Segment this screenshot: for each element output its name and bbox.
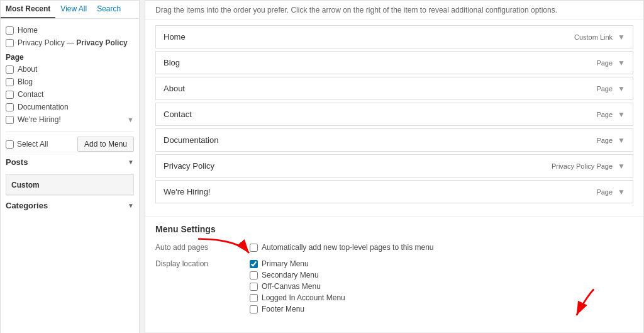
menu-item-contact[interactable]: Contact Page ▼ xyxy=(155,103,633,126)
menu-item-documentation[interactable]: Documentation Page ▼ xyxy=(155,128,633,152)
off-canvas-menu-checkbox[interactable] xyxy=(250,283,258,291)
menu-item-documentation-right: Page ▼ xyxy=(596,136,625,145)
chevron-down-icon[interactable]: ▼ xyxy=(618,162,625,171)
secondary-menu-label: Secondary Menu xyxy=(262,271,319,279)
categories-label: Categories xyxy=(6,201,48,210)
menu-items-area: Home Custom Link ▼ Blog Page ▼ About Pag… xyxy=(145,20,643,211)
chevron-down-icon[interactable]: ▼ xyxy=(618,110,625,119)
auto-add-checkbox[interactable] xyxy=(250,244,258,252)
menu-item-blog-name: Blog xyxy=(164,58,180,67)
list-item: About xyxy=(6,63,134,76)
menu-item-home-right: Custom Link ▼ xyxy=(574,33,625,42)
select-all-label[interactable]: Select All xyxy=(6,140,48,149)
footer-menu-label: Footer Menu xyxy=(262,305,304,313)
menu-item-hiring-name: We're Hiring! xyxy=(164,187,210,196)
categories-accordion[interactable]: Categories ▼ xyxy=(6,195,134,215)
footer-menu-row[interactable]: Footer Menu xyxy=(250,303,633,315)
chevron-down-icon[interactable]: ▼ xyxy=(618,33,625,42)
menu-item-blog-right: Page ▼ xyxy=(596,59,625,67)
hiring-checkbox[interactable] xyxy=(6,116,14,124)
logged-in-menu-row[interactable]: Logged In Account Menu xyxy=(250,292,633,303)
menu-item-contact-name: Contact xyxy=(164,110,192,119)
blog-checkbox[interactable] xyxy=(6,78,14,86)
auto-add-content: Automatically add new top-level pages to… xyxy=(250,242,633,253)
menu-item-hiring-type: Page xyxy=(596,188,613,196)
select-all-checkbox[interactable] xyxy=(6,140,14,149)
home-checkbox[interactable] xyxy=(6,26,14,35)
off-canvas-menu-label: Off-Canvas Menu xyxy=(262,282,321,291)
posts-accordion[interactable]: Posts ▼ xyxy=(6,152,134,172)
list-item: Contact xyxy=(6,88,134,101)
contact-label: Contact xyxy=(18,90,43,99)
menu-item-home-type: Custom Link xyxy=(574,33,613,41)
list-item: We're Hiring! ▼ xyxy=(6,113,134,126)
scroll-down-icon: ▼ xyxy=(127,116,134,123)
menu-item-documentation-type: Page xyxy=(596,137,613,144)
menu-item-about[interactable]: About Page ▼ xyxy=(155,77,633,100)
menu-item-hiring-right: Page ▼ xyxy=(596,188,625,196)
menu-item-privacy[interactable]: Privacy Policy Privacy Policy Page ▼ xyxy=(155,154,633,178)
menu-item-documentation-name: Documentation xyxy=(164,135,218,145)
chevron-down-icon[interactable]: ▼ xyxy=(618,84,625,93)
list-item: Privacy Policy — Privacy Policy xyxy=(6,37,134,49)
menu-item-home-name: Home xyxy=(164,32,186,42)
page-section-label: Page xyxy=(6,49,134,63)
menu-item-about-right: Page ▼ xyxy=(596,84,625,93)
hiring-label: We're Hiring! xyxy=(18,115,61,124)
tab-bar: Most Recent View All Search xyxy=(1,1,139,19)
chevron-down-icon[interactable]: ▼ xyxy=(618,59,625,67)
list-item: Blog xyxy=(6,76,134,88)
tab-view-all[interactable]: View All xyxy=(55,1,92,18)
menu-item-privacy-type: Privacy Policy Page xyxy=(552,162,613,170)
auto-add-row: Auto add pages Automatically add new top… xyxy=(155,242,633,253)
primary-menu-label: Primary Menu xyxy=(262,259,309,268)
menu-item-home[interactable]: Home Custom Link ▼ xyxy=(155,25,633,48)
auto-add-label: Auto add pages xyxy=(155,242,237,253)
list-item: Home xyxy=(6,24,134,37)
footer-menu-checkbox[interactable] xyxy=(250,305,258,313)
primary-menu-checkbox[interactable] xyxy=(250,260,258,268)
documentation-checkbox[interactable] xyxy=(6,103,14,111)
menu-settings-title: Menu Settings xyxy=(155,224,633,234)
categories-arrow-icon: ▼ xyxy=(128,202,134,209)
secondary-menu-row[interactable]: Secondary Menu xyxy=(250,269,633,281)
posts-arrow-icon: ▼ xyxy=(128,159,134,166)
chevron-down-icon[interactable]: ▼ xyxy=(618,136,625,145)
instruction-text: Drag the items into the order you prefer… xyxy=(145,1,643,20)
auto-add-checkbox-label: Automatically add new top-level pages to… xyxy=(262,243,434,252)
custom-section: Custom xyxy=(6,174,134,195)
privacy-checkbox[interactable] xyxy=(6,39,14,47)
documentation-label: Documentation xyxy=(18,103,69,111)
about-checkbox[interactable] xyxy=(6,65,14,74)
display-location-row: Display location Primary Menu Secondary … xyxy=(155,258,633,315)
right-panel: Drag the items into the order you prefer… xyxy=(145,0,644,333)
menu-settings: Menu Settings Auto add pages Automatical… xyxy=(145,216,643,327)
menu-item-about-type: Page xyxy=(596,85,613,93)
menu-item-privacy-name: Privacy Policy xyxy=(164,161,214,171)
display-location-content: Primary Menu Secondary Menu Off-Canvas M… xyxy=(250,258,633,315)
menu-item-about-name: About xyxy=(164,84,185,93)
tab-search[interactable]: Search xyxy=(92,1,126,18)
logged-in-menu-checkbox[interactable] xyxy=(250,294,258,302)
secondary-menu-checkbox[interactable] xyxy=(250,271,258,279)
menu-item-contact-right: Page ▼ xyxy=(596,110,625,119)
menu-item-contact-type: Page xyxy=(596,111,613,118)
menu-item-blog[interactable]: Blog Page ▼ xyxy=(155,51,633,74)
auto-add-checkbox-row[interactable]: Automatically add new top-level pages to… xyxy=(250,242,633,253)
home-label: Home xyxy=(18,26,38,35)
menu-item-privacy-right: Privacy Policy Page ▼ xyxy=(552,162,625,171)
add-to-menu-button[interactable]: Add to Menu xyxy=(77,137,134,152)
menu-item-blog-type: Page xyxy=(596,59,613,67)
select-all-row: Select All Add to Menu xyxy=(6,131,134,152)
chevron-down-icon[interactable]: ▼ xyxy=(618,188,625,196)
primary-menu-row[interactable]: Primary Menu xyxy=(250,258,633,269)
contact-checkbox[interactable] xyxy=(6,91,14,99)
list-item: Documentation xyxy=(6,101,134,113)
off-canvas-menu-row[interactable]: Off-Canvas Menu xyxy=(250,281,633,292)
left-panel: Most Recent View All Search Home Privacy… xyxy=(0,0,140,333)
custom-label: Custom xyxy=(11,181,40,189)
menu-item-hiring[interactable]: We're Hiring! Page ▼ xyxy=(155,180,633,203)
tab-most-recent[interactable]: Most Recent xyxy=(1,1,55,18)
logged-in-menu-label: Logged In Account Menu xyxy=(262,293,345,302)
about-label: About xyxy=(18,65,37,74)
